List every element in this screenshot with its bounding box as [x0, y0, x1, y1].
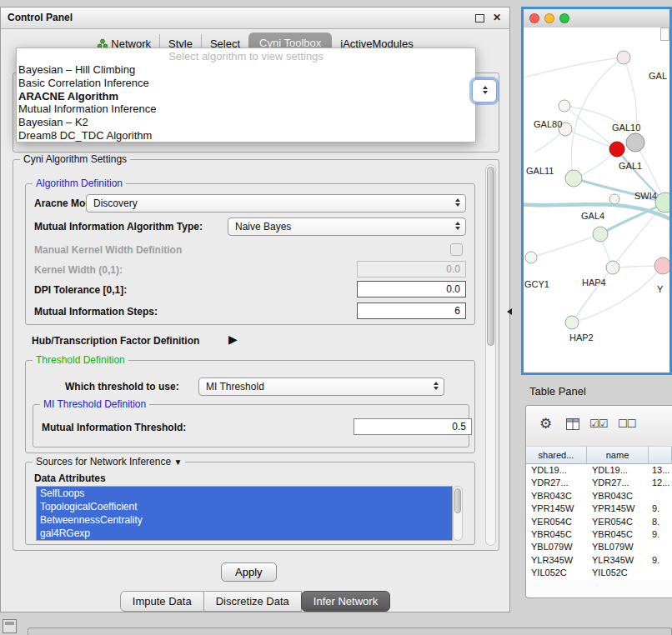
table-row[interactable]: YBL079W YBL079W [526, 541, 672, 553]
hide-columns-icon[interactable]: ☐☐ [618, 418, 635, 430]
network-node[interactable] [606, 261, 619, 274]
dropdown-placeholder: Select algorithm to view settings [17, 50, 475, 63]
show-selected-columns-icon[interactable]: ☑☑ [589, 418, 607, 430]
network-view-window: GAL80 GAL10 GAL1 GAL11 SWI4 GAL4 GCY1 HA… [521, 7, 672, 375]
docked-panel-icon-bar [5, 622, 14, 625]
minimize-traffic-light[interactable] [544, 13, 554, 23]
cell: YDR27... [587, 477, 649, 489]
cell: YER054C [526, 516, 587, 528]
network-node[interactable] [609, 194, 619, 204]
node-label: GAL [649, 71, 667, 81]
mi-threshold-label: Mutual Information Threshold: [42, 422, 186, 433]
network-node[interactable] [565, 316, 579, 329]
which-threshold-combo[interactable]: MI Threshold [198, 378, 444, 396]
algorithm-definition-title: Algorithm Definition [33, 178, 126, 189]
attribute-item-selected[interactable]: SelfLoops [37, 487, 452, 500]
network-canvas[interactable]: GAL80 GAL10 GAL1 GAL11 SWI4 GAL4 GCY1 HA… [524, 28, 669, 372]
network-node[interactable] [617, 51, 630, 64]
table-row[interactable]: YBR043C YBR043C [526, 490, 672, 502]
close-icon[interactable]: ✕ [491, 12, 503, 23]
network-node[interactable] [565, 170, 582, 187]
column-header-cut[interactable] [649, 446, 672, 464]
close-traffic-light[interactable] [529, 13, 539, 23]
control-panel-titlebar: Control Panel ✕ [1, 8, 509, 29]
canvas-scrollbar[interactable] [660, 28, 669, 41]
cell: YDL19... [526, 464, 587, 477]
cell: YIL052C [526, 567, 587, 579]
dropdown-item[interactable]: Basic Correlation Inference [17, 77, 475, 90]
mi-type-combo[interactable]: Naive Bayes [228, 218, 466, 236]
aracne-mode-combo[interactable]: Discovery [86, 194, 466, 212]
mi-threshold-def-title: MI Threshold Definition [40, 398, 149, 410]
cell: 9. [649, 528, 672, 541]
network-node[interactable] [559, 100, 570, 112]
table-row[interactable]: YIL052C YIL052C [526, 567, 672, 579]
node-label: GAL10 [612, 122, 640, 132]
hub-definition-toggle[interactable]: Hub/Transcription Factor Definition [32, 335, 199, 347]
network-node[interactable] [525, 252, 537, 263]
table-row[interactable]: YLR345W YLR345W 9. [526, 554, 672, 567]
mi-type-label: Mutual Information Algorithm Type: [34, 221, 203, 232]
column-header-name[interactable]: name [587, 446, 649, 464]
manual-kernel-checkbox [450, 243, 463, 256]
collapse-down-icon: ▼ [173, 458, 182, 467]
network-node[interactable] [609, 142, 624, 157]
node-label: HAP2 [569, 332, 594, 342]
which-threshold-value: MI Threshold [206, 381, 264, 392]
mi-threshold-field[interactable]: 0.5 [354, 418, 472, 435]
network-node[interactable] [593, 227, 608, 242]
table-header: shared... name [526, 446, 672, 464]
dropdown-item-selected[interactable]: ARACNE Algorithm [17, 90, 475, 103]
network-node[interactable] [626, 133, 644, 152]
gear-icon[interactable]: ⚙ [539, 415, 552, 432]
cell: 9. [649, 554, 672, 567]
table-row[interactable]: YER054C YER054C 8. [526, 516, 672, 528]
attribute-item-selected[interactable]: BetweennessCentrality [37, 513, 452, 527]
settings-scrollbar-thumb[interactable] [487, 167, 494, 346]
cell [649, 567, 672, 579]
zoom-traffic-light[interactable] [559, 13, 569, 23]
attribute-list-scrollbar-thumb[interactable] [454, 488, 461, 513]
cell: YBR045C [526, 528, 587, 541]
node-label: HAP4 [582, 278, 606, 288]
algorithm-combo-button[interactable] [472, 79, 497, 102]
dropdown-item[interactable]: Dream8 DC_TDC Algorithm [17, 129, 475, 142]
tab-discretize-data[interactable]: Discretize Data [204, 591, 302, 612]
node-label: GAL11 [526, 166, 554, 176]
cell: 12... [649, 477, 672, 489]
mi-steps-field[interactable]: 6 [357, 302, 466, 319]
dropdown-item[interactable]: Bayesian – Hill Climbing [17, 63, 475, 77]
dropdown-item[interactable]: Mutual Information Inference [17, 102, 475, 116]
splitter-collapse-icon[interactable] [507, 308, 512, 315]
expand-right-icon[interactable]: ▶ [228, 332, 238, 346]
sources-toggle[interactable]: Sources for Network Inference ▼ [33, 456, 185, 468]
cell: YLR345W [526, 554, 587, 567]
attribute-item-selected[interactable]: TopologicalCoefficient [37, 500, 452, 513]
docked-panel-icon[interactable] [3, 619, 17, 633]
settings-scrollbar[interactable] [485, 164, 496, 546]
attribute-list-scrollbar[interactable] [453, 486, 463, 541]
cell: YER054C [587, 516, 649, 528]
page: { "colors": { "selection_blue": "#3d6cd7… [0, 0, 672, 635]
table-row[interactable]: YPR145W YPR145W 9. [526, 502, 672, 515]
columns-icon[interactable] [566, 418, 579, 430]
network-node[interactable] [654, 258, 669, 274]
table-row[interactable]: YDR27... YDR27... 12... [526, 477, 672, 489]
attribute-list: SelfLoops TopologicalCoefficient Between… [36, 486, 453, 541]
tab-impute-data[interactable]: Impute Data [120, 591, 204, 612]
cell: YLR345W [587, 554, 649, 567]
dpi-tolerance-field[interactable]: 0.0 [357, 281, 466, 298]
table-row[interactable]: YDL19... YDL19... 13... [526, 464, 672, 477]
data-attributes-label: Data Attributes [34, 472, 106, 484]
apply-button[interactable]: Apply [221, 562, 277, 582]
tab-infer-network[interactable]: Infer Network [301, 591, 390, 612]
table-row[interactable]: YBR045C YBR045C 9. [526, 528, 672, 541]
which-threshold-label: Which threshold to use: [65, 381, 179, 392]
dpi-tolerance-label: DPI Tolerance [0,1]: [34, 284, 127, 296]
dropdown-item[interactable]: Bayesian – K2 [17, 116, 475, 129]
mi-type-value: Naive Bayes [235, 221, 291, 232]
attribute-item-selected[interactable]: gal4RGexp [37, 527, 452, 540]
column-header-shared[interactable]: shared... [526, 446, 587, 464]
float-window-icon[interactable] [475, 14, 484, 22]
bottom-panel-edge [28, 628, 672, 635]
